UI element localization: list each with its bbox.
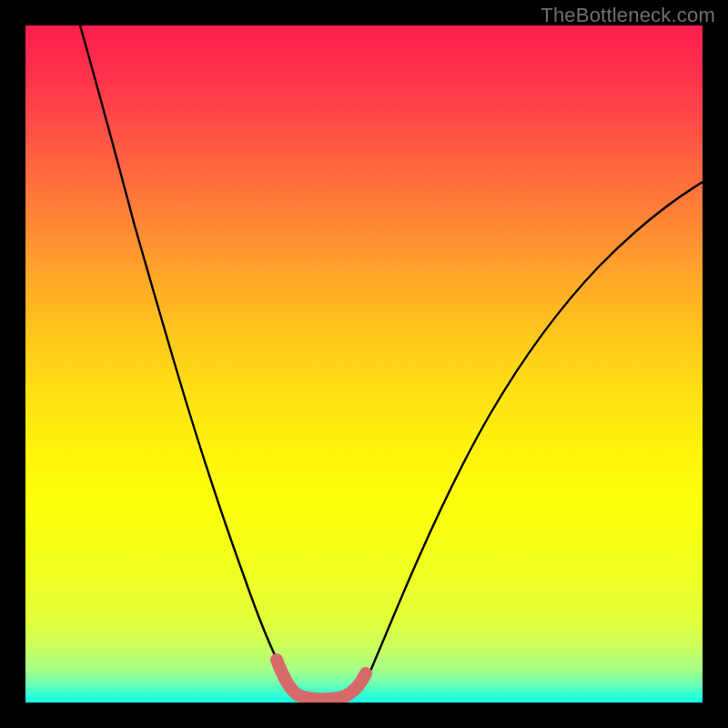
outer-frame: TheBottleneck.com [0,0,728,728]
bottleneck-curve [80,25,703,698]
highlight-segment [277,660,366,699]
curve-layer [25,25,703,703]
plot-area [25,25,703,703]
watermark-text: TheBottleneck.com [541,4,715,27]
